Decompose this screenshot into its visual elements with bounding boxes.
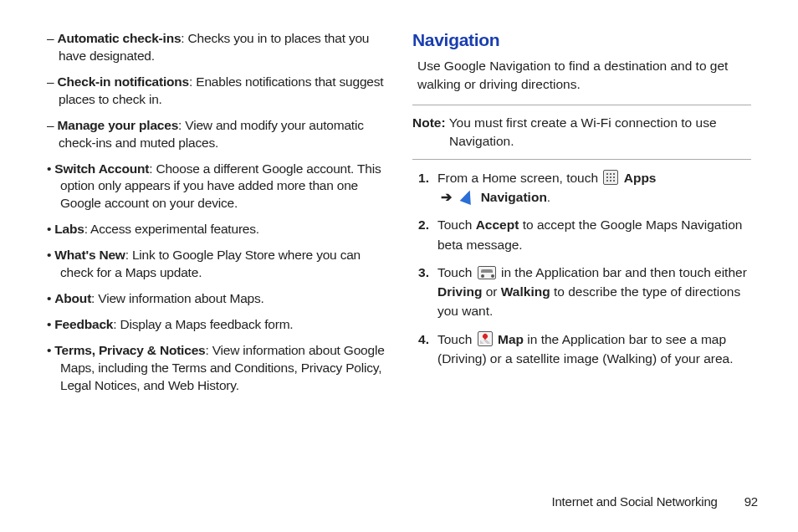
term: Terms, Privacy & Notices (54, 343, 205, 357)
text: in the Application bar and then touch ei… (501, 265, 747, 279)
navigation-label: Navigation (481, 190, 547, 204)
step-item: 1. From a Home screen, touch Apps ➔ Navi… (412, 168, 751, 207)
footer-section: Internet and Social Networking (551, 494, 717, 509)
bullet-item: What's New: Link to Google Play Store wh… (47, 247, 386, 282)
term: Automatic check-ins (58, 31, 182, 45)
dash-item: Manage your places: View and modify your… (47, 117, 386, 152)
arrow-icon: ➔ (441, 190, 452, 204)
dash-list: Automatic check-ins: Checks you in to pl… (47, 30, 386, 152)
bullet-item: About: View information about Maps. (47, 290, 386, 308)
bullet-item: Feedback: Display a Maps feedback form. (47, 316, 386, 334)
step-item: 3. Touch in the Application bar and then… (412, 263, 751, 321)
term: About (54, 291, 91, 305)
desc: : Display a Maps feedback form. (113, 317, 293, 331)
right-column: Navigation Use Google Navigation to find… (399, 30, 765, 532)
term: Check-in notifications (58, 74, 190, 89)
map-label: Map (498, 332, 524, 346)
steps-list: 1. From a Home screen, touch Apps ➔ Navi… (412, 168, 751, 368)
text: From a Home screen, touch (437, 171, 601, 185)
left-column: Automatic check-ins: Checks you in to pl… (33, 30, 399, 532)
text: Touch (437, 332, 476, 346)
term: Manage your places (58, 118, 179, 132)
note-text: You must first create a Wi-Fi connection… (446, 115, 717, 148)
term: Feedback (54, 317, 113, 331)
bullet-item: Switch Account: Choose a different Googl… (47, 161, 386, 213)
step-body: From a Home screen, touch Apps ➔ Navigat… (437, 168, 751, 207)
step-number: 1. (412, 168, 437, 207)
term: Labs (54, 222, 84, 236)
dash-item: Check-in notifications: Enables notifica… (47, 74, 386, 109)
note-label: Note: (412, 115, 446, 130)
step-body: Touch Map in the Application bar to see … (437, 330, 751, 369)
bullet-item: Terms, Privacy & Notices: View informati… (47, 342, 386, 395)
bullet-list: Switch Account: Choose a different Googl… (47, 161, 386, 395)
page-footer: Internet and Social Networking 92 (551, 494, 758, 509)
divider (412, 105, 751, 105)
desc: : Access experimental features. (84, 222, 259, 236)
step-item: 4. Touch Map in the Application bar to s… (412, 330, 751, 369)
divider (412, 159, 751, 160)
note: Note: You must first create a Wi-Fi conn… (412, 114, 751, 150)
step-item: 2. Touch Accept to accept the Google Map… (412, 215, 751, 254)
bullet-item: Labs: Access experimental features. (47, 221, 386, 238)
intro-text: Use Google Navigation to find a destinat… (417, 57, 751, 93)
text: or (482, 284, 500, 299)
navigation-icon (460, 188, 476, 205)
step-body: Touch Accept to accept the Google Maps N… (437, 215, 751, 254)
step-number: 2. (412, 215, 437, 254)
page: Automatic check-ins: Checks you in to pl… (0, 0, 798, 532)
walking-label: Walking (501, 284, 550, 299)
step-number: 4. (412, 330, 437, 369)
section-heading: Navigation (412, 30, 751, 50)
text: Touch (437, 265, 476, 279)
text: Touch (437, 217, 476, 232)
apps-label: Apps (624, 171, 657, 185)
driving-label: Driving (437, 284, 482, 299)
text: . (547, 190, 550, 204)
apps-icon (603, 170, 618, 185)
step-body: Touch in the Application bar and then to… (437, 263, 751, 321)
page-number: 92 (744, 494, 758, 509)
dash-item: Automatic check-ins: Checks you in to pl… (47, 30, 386, 65)
term: Switch Account (54, 161, 149, 176)
car-icon (478, 266, 496, 279)
desc: : View information about Maps. (91, 291, 264, 305)
map-icon (478, 331, 493, 346)
accept-label: Accept (476, 217, 519, 232)
term: What's New (54, 248, 125, 262)
step-number: 3. (412, 263, 437, 321)
